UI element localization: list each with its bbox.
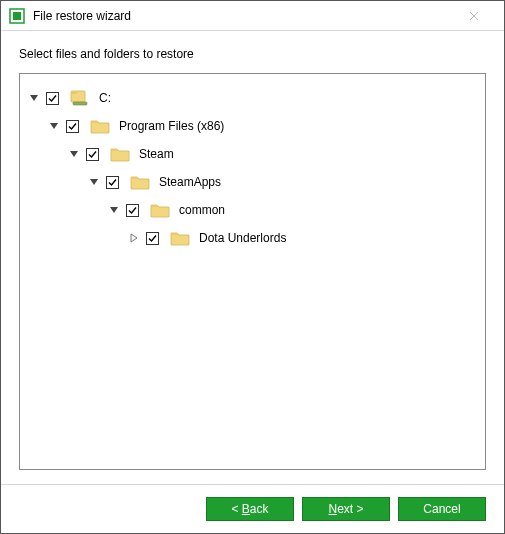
chevron-right-icon[interactable] — [126, 230, 142, 246]
instruction-text: Select files and folders to restore — [19, 47, 486, 61]
folder-icon — [89, 117, 111, 135]
button-bar: < Back Next > Cancel — [1, 485, 504, 521]
tree-checkbox[interactable] — [126, 204, 139, 217]
svg-rect-3 — [71, 91, 77, 94]
tree-row[interactable]: SteamApps — [26, 168, 479, 196]
chevron-down-icon[interactable] — [106, 202, 122, 218]
tree-checkbox[interactable] — [46, 92, 59, 105]
tree-row[interactable]: Steam — [26, 140, 479, 168]
folder-icon — [129, 173, 151, 191]
folder-icon — [149, 201, 171, 219]
app-icon — [9, 8, 25, 24]
tree-checkbox[interactable] — [106, 176, 119, 189]
tree-row[interactable]: C: — [26, 84, 479, 112]
chevron-down-icon[interactable] — [26, 90, 42, 106]
tree-node-label: Dota Underlords — [199, 231, 286, 245]
window-controls — [451, 2, 496, 30]
tree-node-label: Program Files (x86) — [119, 119, 224, 133]
tree-node-label: common — [179, 203, 225, 217]
tree-checkbox[interactable] — [86, 148, 99, 161]
folder-icon — [169, 229, 191, 247]
chevron-down-icon[interactable] — [86, 174, 102, 190]
drive-icon — [69, 89, 91, 107]
tree-row[interactable]: Dota Underlords — [26, 224, 479, 252]
tree-node-label: C: — [99, 91, 111, 105]
tree-row[interactable]: common — [26, 196, 479, 224]
cancel-button[interactable]: Cancel — [398, 497, 486, 521]
tree-checkbox[interactable] — [146, 232, 159, 245]
content-area: Select files and folders to restore C:Pr… — [1, 31, 504, 470]
chevron-down-icon[interactable] — [66, 146, 82, 162]
window-title: File restore wizard — [33, 9, 131, 23]
folder-icon — [109, 145, 131, 163]
back-button[interactable]: < Back — [206, 497, 294, 521]
tree-checkbox[interactable] — [66, 120, 79, 133]
close-button[interactable] — [451, 2, 496, 30]
tree-node-label: Steam — [139, 147, 174, 161]
titlebar: File restore wizard — [1, 1, 504, 31]
file-tree[interactable]: C:Program Files (x86)SteamSteamAppscommo… — [19, 73, 486, 470]
tree-node-label: SteamApps — [159, 175, 221, 189]
svg-rect-1 — [13, 12, 21, 20]
tree-row[interactable]: Program Files (x86) — [26, 112, 479, 140]
next-button[interactable]: Next > — [302, 497, 390, 521]
svg-rect-4 — [73, 102, 87, 105]
chevron-down-icon[interactable] — [46, 118, 62, 134]
